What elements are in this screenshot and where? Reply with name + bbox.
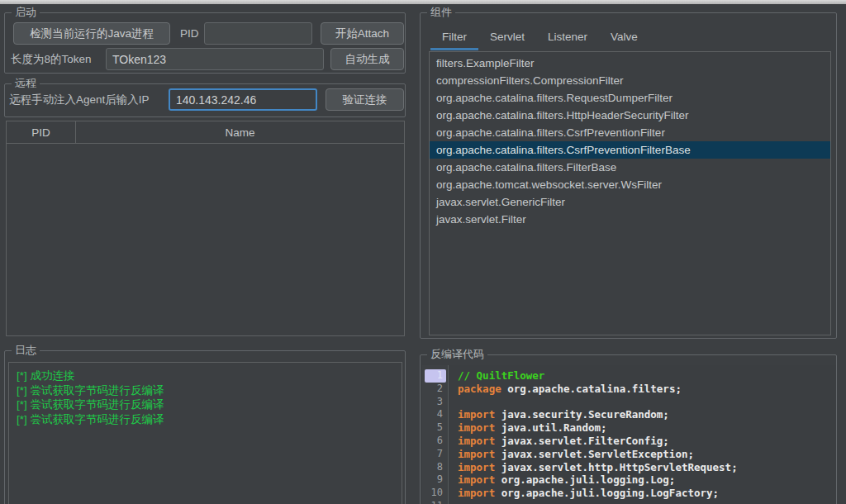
code-text: import org.apache.juli.logging.Log; (446, 473, 675, 487)
code-text: package org.apache.catalina.filters; (446, 383, 682, 396)
start-group-title: 启动 (12, 6, 40, 19)
line-number: 4 (425, 408, 446, 421)
filter-list-item[interactable]: org.apache.catalina.filters.CsrfPreventi… (430, 124, 830, 141)
line-number: 5 (425, 421, 446, 435)
components-group: 组件 Filter Servlet Listener Valve filters… (420, 12, 837, 339)
code-line: 10import org.apache.juli.logging.LogFact… (422, 487, 836, 500)
code-line: 2package org.apache.catalina.filters; (422, 383, 836, 396)
remote-ip-input[interactable] (169, 88, 317, 111)
code-lines: 1// QuiltFlower2package org.apache.catal… (422, 369, 836, 504)
decompiled-code-group-title: 反编译代码 (427, 348, 487, 361)
process-table-header: PID Name (7, 121, 404, 144)
code-text: // QuiltFlower (446, 369, 544, 383)
filter-list: filters.ExampleFilter compressionFilters… (429, 51, 831, 335)
remote-ip-label: 远程手动注入Agent后输入IP (9, 88, 150, 111)
token-input[interactable] (106, 48, 324, 70)
code-editor: 1// QuiltFlower2package org.apache.catal… (422, 365, 836, 504)
current-line-number: 1 (425, 369, 446, 383)
log-line: [*] 成功连接 (17, 368, 394, 383)
detect-java-processes-button[interactable]: 检测当前运行的Java进程 (13, 22, 170, 45)
line-number: 8 (425, 461, 446, 474)
log-group: 日志 [*] 成功连接 [*] 尝试获取字节码进行反编译 [*] 尝试获取字节码… (4, 350, 406, 504)
components-group-title: 组件 (427, 6, 455, 19)
line-number: 11 (425, 500, 446, 504)
component-tab[interactable]: Filter (430, 23, 478, 50)
pid-input[interactable] (204, 22, 312, 45)
token-label: 长度为8的Token (11, 48, 92, 70)
column-header-name[interactable]: Name (76, 121, 404, 143)
component-tabs: Filter Servlet Listener Valve (430, 23, 649, 50)
code-line: 5import java.util.Random; (422, 421, 836, 435)
code-line: 7import javax.servlet.ServletException; (422, 448, 836, 461)
code-line: 4import java.security.SecureRandom; (422, 408, 836, 421)
code-line: 3 (422, 396, 836, 409)
code-text: import org.apache.juli.logging.LogFactor… (446, 487, 719, 500)
filter-list-item[interactable]: javax.servlet.Filter (430, 211, 830, 228)
process-table: PID Name (6, 121, 405, 336)
line-number: 2 (425, 383, 446, 396)
component-tab-label: Servlet (490, 31, 525, 43)
filter-list-item[interactable]: org.apache.catalina.filters.RequestDumpe… (430, 89, 830, 107)
window-title-bar-edge (0, 0, 846, 4)
filter-list-item[interactable]: compressionFilters.CompressionFilter (430, 72, 830, 89)
code-text: import java.util.Random; (446, 421, 607, 435)
column-header-pid[interactable]: PID (7, 121, 76, 143)
component-tab-label: Valve (611, 31, 638, 43)
filter-list-item[interactable]: org.apache.catalina.filters.FilterBase (430, 159, 830, 176)
code-line: 6import javax.servlet.FilterConfig; (422, 435, 836, 448)
code-line: 9import org.apache.juli.logging.Log; (422, 473, 836, 487)
component-tab[interactable]: Listener (536, 23, 599, 50)
line-number: 7 (425, 448, 446, 461)
code-text: import javax.servlet.FilterConfig; (446, 435, 669, 448)
auto-generate-button[interactable]: 自动生成 (330, 48, 404, 70)
line-number: 3 (425, 396, 446, 409)
filter-list-item[interactable]: javax.servlet.GenericFilter (430, 193, 830, 211)
code-text: import java.security.SecureRandom; (446, 408, 669, 421)
code-text: import javax.servlet.http.HttpServletReq… (446, 461, 738, 474)
log-line: [*] 尝试获取字节码进行反编译 (17, 397, 394, 412)
code-line: 8import javax.servlet.http.HttpServletRe… (422, 461, 836, 474)
start-attach-button[interactable]: 开始Attach (321, 22, 404, 45)
filter-list-item[interactable]: org.apache.catalina.filters.HttpHeaderSe… (430, 107, 830, 124)
log-line: [*] 尝试获取字节码进行反编译 (17, 383, 394, 398)
verify-connection-button[interactable]: 验证连接 (326, 88, 404, 111)
filter-list-item[interactable]: org.apache.catalina.filters.CsrfPreventi… (430, 141, 830, 159)
filter-list-item[interactable]: filters.ExampleFilter (430, 55, 830, 72)
line-number: 6 (425, 435, 446, 448)
component-tab-label: Listener (548, 31, 587, 43)
code-text: import javax.servlet.ServletException; (446, 448, 694, 461)
code-line: 1// QuiltFlower (422, 369, 836, 383)
component-tab[interactable]: Servlet (478, 23, 536, 50)
filter-list-item[interactable]: org.apache.tomcat.websocket.server.WsFil… (430, 176, 830, 193)
code-text (446, 396, 458, 409)
component-tab-label: Filter (442, 31, 467, 43)
component-tab[interactable]: Valve (599, 23, 649, 50)
remote-group: 远程 远程手动注入Agent后输入IP 验证连接 (4, 83, 406, 117)
decompiled-code-group: 反编译代码 1// QuiltFlower2package org.apache… (420, 354, 837, 504)
code-text (446, 500, 458, 504)
log-group-title: 日志 (12, 344, 40, 357)
log-output: [*] 成功连接 [*] 尝试获取字节码进行反编译 [*] 尝试获取字节码进行反… (8, 362, 402, 504)
start-group: 启动 检测当前运行的Java进程 PID 开始Attach 长度为8的Token… (4, 12, 406, 74)
pid-label: PID (180, 22, 199, 45)
log-line: [*] 尝试获取字节码进行反编译 (17, 412, 394, 427)
line-number: 10 (425, 487, 446, 500)
line-number: 9 (425, 473, 446, 487)
code-line: 11 (422, 500, 836, 504)
